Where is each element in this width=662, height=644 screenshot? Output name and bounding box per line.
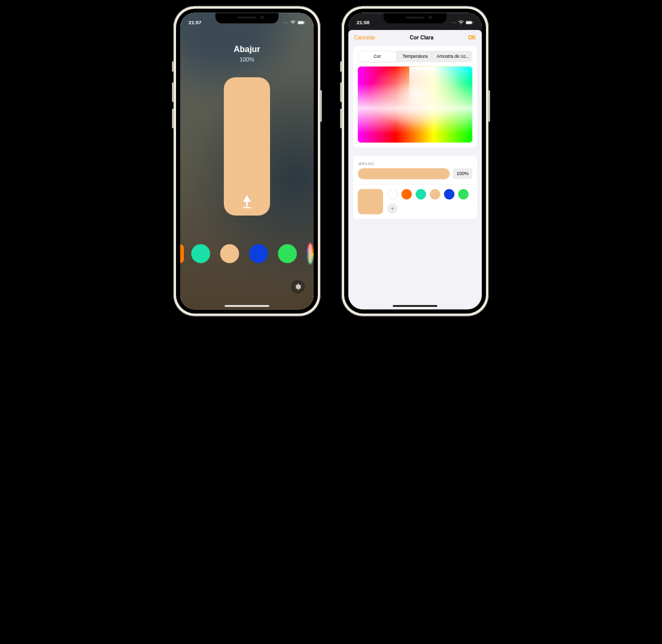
screen: 21:58 Cancelar Cor Clara OK CorTemperatu…: [348, 13, 482, 309]
svg-rect-1: [298, 22, 304, 24]
status-right: [283, 21, 305, 25]
brightness-value: 100%: [453, 168, 472, 179]
modal-sheet: Cancelar Cor Clara OK CorTemperaturaAmos…: [348, 30, 482, 310]
color-swatch-green[interactable]: [278, 244, 297, 263]
home-indicator[interactable]: [225, 305, 270, 306]
side-button: [172, 61, 174, 71]
preset-swatch-green[interactable]: [458, 189, 469, 199]
side-button: [340, 82, 342, 102]
status-time: 21:57: [189, 20, 201, 26]
cellular-dots-icon: [283, 22, 288, 23]
brightness-bar[interactable]: [358, 168, 450, 179]
preset-swatch-peach[interactable]: [430, 189, 440, 199]
color-swatch-teal[interactable]: [191, 244, 210, 263]
current-color-swatch[interactable]: [358, 189, 383, 214]
notch: [384, 13, 447, 23]
battery-icon: [466, 21, 473, 25]
color-spectrum[interactable]: [358, 66, 472, 142]
gear-icon: [295, 283, 302, 290]
color-swatch-row: [180, 242, 314, 264]
svg-rect-5: [473, 22, 473, 24]
nav-bar: Cancelar Cor Clara OK: [348, 30, 482, 45]
cancel-button[interactable]: Cancelar: [354, 35, 375, 41]
brightness-section-label: BRILHO: [359, 161, 471, 166]
divider: [353, 184, 477, 185]
svg-rect-2: [305, 22, 305, 24]
side-button: [489, 90, 490, 121]
svg-rect-4: [466, 22, 472, 24]
preset-swatch-white[interactable]: [387, 189, 398, 199]
segment-0[interactable]: Cor: [358, 51, 396, 62]
side-button: [340, 108, 342, 128]
side-button: [320, 90, 322, 121]
color-swatch-blue[interactable]: [249, 244, 268, 263]
battery-icon: [297, 21, 305, 25]
side-button: [172, 108, 174, 128]
screen: 21:57 Abajur 100%: [180, 13, 314, 309]
preset-swatch-blue[interactable]: [444, 189, 454, 199]
sheet-title: Cor Clara: [410, 35, 433, 41]
phone-left: 21:57 Abajur 100%: [173, 6, 320, 316]
wifi-icon: [290, 21, 296, 25]
light-name: Abajur: [180, 44, 314, 54]
plus-icon: +: [390, 205, 394, 212]
status-right: [451, 21, 473, 25]
preset-swatch-orange[interactable]: [401, 189, 412, 199]
preset-swatch-teal[interactable]: [416, 189, 426, 199]
cellular-dots-icon: [451, 22, 456, 23]
settings-button[interactable]: [291, 280, 305, 293]
brightness-slider[interactable]: [224, 77, 270, 216]
color-swatch-peach[interactable]: [220, 244, 239, 263]
color-picker-swatch[interactable]: [307, 242, 314, 264]
add-swatch-button[interactable]: +: [387, 203, 398, 213]
color-swatch-orange-partial[interactable]: [180, 244, 184, 263]
ok-button[interactable]: OK: [468, 35, 476, 41]
brightness-card: BRILHO 100% +: [353, 156, 477, 219]
status-time: 21:58: [357, 20, 369, 26]
notch: [215, 13, 278, 23]
light-brightness-label: 100%: [180, 56, 314, 63]
color-picker-card: CorTemperaturaAmostra de co...: [353, 46, 477, 147]
preset-swatch-row: [387, 189, 469, 199]
segment-2[interactable]: Amostra de co...: [434, 51, 472, 62]
phone-right: 21:58 Cancelar Cor Clara OK CorTemperatu…: [342, 6, 489, 316]
lamp-icon: [241, 195, 253, 209]
wifi-icon: [458, 21, 464, 25]
segmented-control: CorTemperaturaAmostra de co...: [358, 50, 472, 62]
side-button: [340, 61, 342, 71]
home-indicator[interactable]: [393, 305, 438, 306]
side-button: [172, 82, 174, 102]
segment-1[interactable]: Temperatura: [396, 51, 434, 62]
